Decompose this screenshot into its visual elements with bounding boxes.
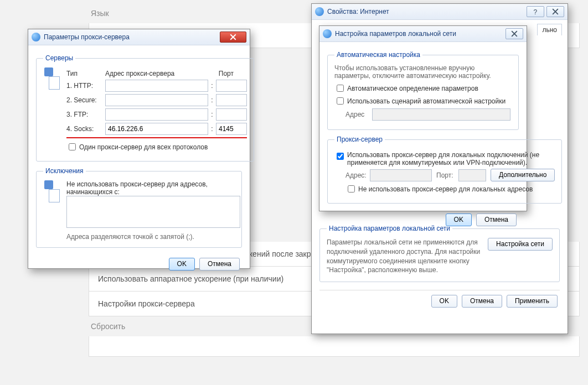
script-addr-input	[372, 108, 510, 121]
close-button[interactable]	[220, 32, 246, 43]
col-port: Порт	[206, 70, 234, 77]
highlight-underline	[66, 137, 247, 138]
auto-script-checkbox[interactable]	[337, 97, 344, 105]
proxy-server-group: Прокси-сервер Использовать прокси-сервер…	[327, 136, 562, 204]
proxy-row: 4. Socks::	[66, 123, 247, 135]
proxy-row-label: 4. Socks:	[66, 125, 105, 133]
globe-icon	[315, 7, 324, 16]
proxy-addr-input[interactable]	[105, 123, 208, 135]
exceptions-legend: Исключения	[43, 167, 86, 175]
auto-config-note: Чтобы использовать установленные вручную…	[334, 64, 512, 80]
use-proxy-checkbox[interactable]	[337, 153, 344, 160]
lan-settings-button[interactable]: Настройка сети	[488, 238, 553, 251]
proxy-addr-input[interactable]	[105, 94, 208, 106]
dialog-title: Настройка параметров локальной сети	[335, 26, 506, 41]
proxy-addr-input[interactable]	[105, 80, 208, 92]
auto-config-group: Автоматическая настройка Чтобы использов…	[327, 51, 519, 130]
cancel-button[interactable]: Отмена	[476, 214, 517, 226]
globe-icon	[323, 29, 332, 38]
proxy-port-label: Порт:	[436, 171, 458, 179]
bypass-local-label: Не использовать прокси-сервер для локаль…	[358, 185, 533, 193]
same-proxy-checkbox[interactable]	[69, 143, 76, 150]
script-addr-label: Адрес	[345, 111, 372, 118]
tab-fragment[interactable]: льно	[537, 24, 562, 35]
dialog-proxy-settings: Параметры прокси-сервера Серверы Тип Адр…	[28, 29, 250, 269]
exceptions-label: Не использовать прокси-сервер для адресо…	[66, 180, 235, 196]
ok-button[interactable]: OK	[169, 258, 195, 270]
exceptions-hint: Адреса разделяются точкой с запятой (;).	[66, 233, 235, 241]
same-proxy-label: Один прокси-сервер для всех протоколов	[79, 143, 208, 151]
col-addr: Адрес прокси-сервера	[105, 70, 206, 77]
close-button[interactable]	[506, 28, 523, 39]
globe-icon	[32, 33, 40, 41]
svg-text:?: ?	[533, 8, 537, 15]
proxy-row-label: 2. Secure:	[66, 96, 105, 104]
ok-button[interactable]: OK	[431, 295, 457, 308]
proxy-addr-input	[370, 169, 432, 181]
apply-button[interactable]: Применить	[507, 295, 558, 308]
exceptions-group: Исключения Не использовать прокси-сервер…	[36, 167, 242, 248]
servers-legend: Серверы	[43, 54, 75, 62]
proxy-server-legend: Прокси-сервер	[334, 136, 385, 143]
auto-config-legend: Автоматическая настройка	[334, 51, 422, 59]
colon: :	[208, 82, 216, 90]
server-icon	[43, 67, 61, 90]
use-proxy-label: Использовать прокси-сервер для локальных…	[347, 151, 555, 167]
lan-settings-text: Параметры локальной сети не применяются …	[327, 238, 482, 275]
dialog-title: Свойства: Интернет	[327, 4, 527, 19]
proxy-row-label: 3. FTP:	[66, 111, 105, 118]
cancel-button[interactable]: Отмена	[199, 258, 240, 270]
proxy-row-label: 1. HTTP:	[66, 82, 105, 90]
proxy-row: 3. FTP::	[66, 108, 247, 121]
proxy-addr-label: Адрес:	[345, 171, 370, 179]
proxy-port-input	[458, 169, 486, 181]
auto-detect-label: Автоматическое определение параметров	[347, 85, 478, 92]
bg-reset-row[interactable]	[89, 336, 580, 357]
proxy-port-input[interactable]	[216, 108, 247, 121]
proxy-port-input[interactable]	[216, 123, 247, 135]
colon: :	[208, 111, 216, 118]
col-type: Тип	[66, 70, 105, 77]
proxy-port-input[interactable]	[216, 94, 247, 106]
advanced-button[interactable]: Дополнительно	[491, 169, 555, 181]
servers-group: Серверы Тип Адрес прокси-сервера Порт 1.…	[36, 54, 254, 162]
dialog-lan-settings: Настройка параметров локальной сети Авто…	[319, 25, 527, 211]
proxy-row: 2. Secure::	[66, 94, 247, 106]
dialog-title: Параметры прокси-сервера	[44, 29, 220, 45]
proxy-addr-input[interactable]	[105, 108, 208, 121]
server-icon	[43, 180, 61, 202]
colon: :	[208, 125, 216, 133]
proxy-port-input[interactable]	[216, 80, 247, 92]
exceptions-input[interactable]	[66, 196, 240, 228]
help-button[interactable]: ?	[527, 6, 544, 17]
close-button[interactable]	[546, 6, 564, 17]
auto-detect-checkbox[interactable]	[337, 85, 344, 92]
proxy-row: 1. HTTP::	[66, 80, 247, 92]
colon: :	[208, 96, 216, 104]
ok-button[interactable]: OK	[446, 214, 472, 226]
auto-script-label: Использовать сценарий автоматической нас…	[347, 97, 506, 105]
cancel-button[interactable]: Отмена	[462, 295, 502, 308]
bypass-local-checkbox[interactable]	[348, 185, 355, 192]
